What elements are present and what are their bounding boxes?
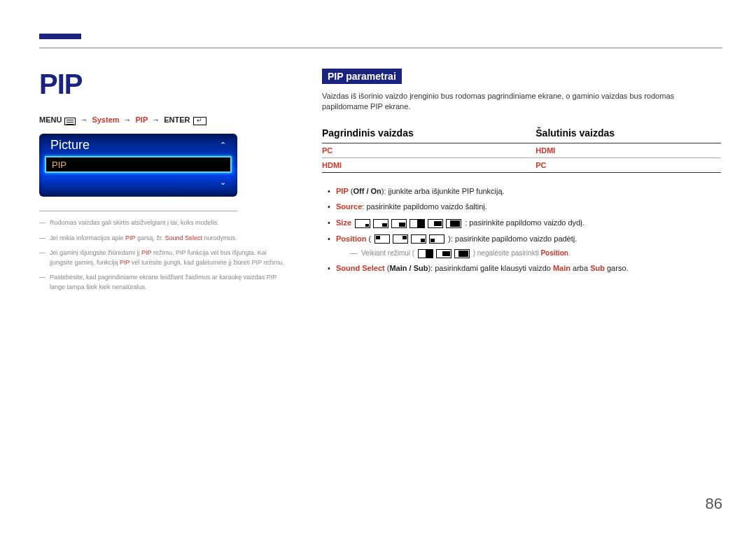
osd-selected-item: PIP	[45, 156, 232, 173]
page-title: PIP	[39, 69, 288, 100]
note-text: Jei reikia informacijos apie PIP garsą, …	[50, 234, 237, 244]
cell: HDMI	[322, 157, 536, 172]
chapter-marker	[39, 34, 81, 39]
table-header-sub: Šalutinis vaizdas	[536, 125, 721, 143]
divider	[39, 211, 237, 211]
arrow-icon	[150, 115, 161, 124]
option-item-source: Source: pasirinkite papildomo vaizdo šal…	[322, 201, 721, 213]
left-column: PIP MENU System PIP ENTER Picture ⌃ PIP …	[39, 69, 288, 297]
osd-title: Picture	[50, 138, 90, 153]
arrow-icon	[78, 115, 89, 124]
size-iconset	[355, 219, 461, 228]
option-item-position: Position ( ): pasirinkite papildomo vaiz…	[322, 233, 721, 260]
dash-icon: ―	[350, 248, 357, 259]
note-item: ― Pastebėsite, kad pagrindiniame ekrane …	[39, 273, 288, 292]
note-text: Rodomas vaizdas gali skirtis atsižvelgia…	[50, 218, 219, 228]
menu-path: MENU System PIP ENTER	[39, 115, 288, 124]
table-header-main: Pagrindinis vaizdas	[322, 125, 536, 143]
cell: PC	[536, 157, 721, 172]
pip-size-icon	[373, 219, 388, 228]
page-number: 86	[706, 495, 722, 513]
menu-icon	[64, 118, 76, 125]
pip-pos-icon	[411, 234, 426, 244]
cell: PC	[322, 143, 536, 157]
note-text: Jei gaminį išjungsite žiūrėdami jį PIP r…	[50, 248, 288, 267]
pip-size-icon	[446, 219, 461, 228]
dash-icon: ―	[39, 248, 46, 267]
option-item-sound-select: Sound Select (Main / Sub): pasirinkdami …	[322, 262, 721, 275]
right-column: PIP parametrai Vaizdas iš išorinio vaizd…	[322, 69, 721, 279]
top-rule	[39, 48, 722, 48]
pip-pos-icon	[393, 234, 408, 244]
pip-pos-icon	[374, 234, 390, 244]
pip-pos-icon	[429, 234, 444, 244]
notes-list: ― Rodomas vaizdas gali skirtis atsižvelg…	[39, 218, 288, 292]
osd-preview: Picture ⌃ PIP ⌄	[39, 134, 237, 197]
position-iconset	[374, 234, 444, 244]
option-list: PIP (Off / On): įjunkite arba išjunkite …	[322, 185, 721, 275]
pip-table: Pagrindinis vaizdas Šalutinis vaizdas PC…	[322, 125, 721, 173]
chevron-up-icon: ⌃	[220, 141, 226, 150]
pip-size-icon	[391, 219, 407, 228]
cell: HDMI	[536, 143, 721, 157]
option-item-pip: PIP (Off / On): įjunkite arba išjunkite …	[322, 185, 721, 198]
pip-size-icon	[355, 219, 370, 228]
pip-size-icon	[410, 219, 425, 228]
crumb-system: System	[92, 115, 119, 124]
pip-size-icon	[428, 219, 443, 228]
section-description: Vaizdas iš išorinio vaizdo įrenginio bus…	[322, 91, 721, 113]
dash-icon: ―	[39, 218, 46, 228]
crumb-menu: MENU	[39, 115, 62, 124]
pip-size-icon	[454, 249, 470, 258]
arrow-icon	[122, 115, 133, 124]
note-item: ― Jei reikia informacijos apie PIP garsą…	[39, 234, 288, 244]
enter-icon	[193, 117, 206, 125]
position-subnote: ― Veikiant režimui ( ) negalėsite pasiri…	[350, 248, 721, 259]
note-text: Pastebėsite, kad pagrindiniame ekrane le…	[50, 273, 288, 292]
note-item: ― Jei gaminį išjungsite žiūrėdami jį PIP…	[39, 248, 288, 267]
pip-size-icon	[436, 249, 451, 258]
section-heading: PIP parametrai	[322, 69, 402, 84]
note-item: ― Rodomas vaizdas gali skirtis atsižvelg…	[39, 218, 288, 228]
crumb-pip: PIP	[136, 115, 148, 124]
dash-icon: ―	[39, 234, 46, 244]
table-row: HDMI PC	[322, 157, 721, 172]
osd-footer: ⌄	[39, 173, 237, 191]
chevron-down-icon: ⌄	[220, 178, 226, 187]
table-row: PC HDMI	[322, 143, 721, 157]
option-item-size: Size : pasirinkite papildomo vaizdo dydį…	[322, 217, 721, 230]
dash-icon: ―	[39, 273, 46, 292]
osd-header: Picture ⌃	[39, 134, 237, 156]
crumb-enter: ENTER	[164, 115, 190, 124]
mode-iconset	[418, 249, 470, 258]
pip-size-icon	[418, 249, 433, 258]
